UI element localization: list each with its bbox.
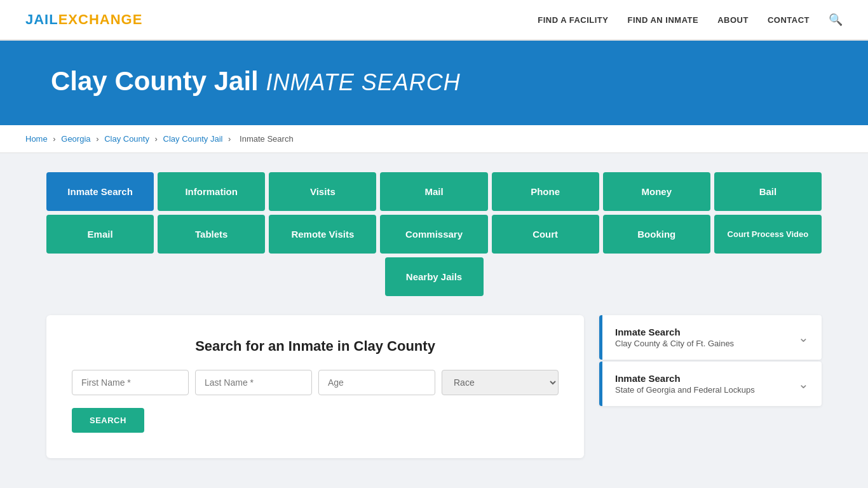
hero-section: Clay County Jail INMATE SEARCH: [0, 41, 868, 125]
nav-item-find-inmate[interactable]: FIND AN INMATE: [627, 14, 698, 25]
nav-search-icon-item[interactable]: 🔍: [829, 13, 843, 27]
breadcrumb-clay-county[interactable]: Clay County: [104, 134, 149, 144]
search-form-card: Search for an Inmate in Clay County Race…: [46, 315, 584, 458]
main-content: Inmate Search Information Visits Mail Ph…: [21, 153, 847, 477]
first-name-input[interactable]: [72, 370, 189, 395]
hero-title: Clay County Jail INMATE SEARCH: [51, 66, 817, 97]
form-fields: Race White Black Hispanic Asian Other: [72, 370, 559, 395]
btn-inmate-search[interactable]: Inmate Search: [46, 172, 154, 211]
sidebar-card-clay[interactable]: Inmate Search Clay County & City of Ft. …: [599, 315, 822, 360]
btn-court[interactable]: Court: [492, 215, 599, 254]
btn-tablets[interactable]: Tablets: [158, 215, 265, 254]
race-select[interactable]: Race White Black Hispanic Asian Other: [442, 370, 559, 395]
btn-remote-visits[interactable]: Remote Visits: [269, 215, 376, 254]
age-input[interactable]: [318, 370, 435, 395]
breadcrumb-georgia[interactable]: Georgia: [61, 134, 90, 144]
breadcrumb-current: Inmate Search: [240, 134, 294, 144]
btn-information[interactable]: Information: [158, 172, 265, 211]
btn-email[interactable]: Email: [46, 215, 154, 254]
logo-exchange: EXCHANGE: [58, 11, 143, 27]
chevron-down-icon: ⌄: [798, 330, 809, 345]
breadcrumb-home[interactable]: Home: [25, 134, 48, 144]
btn-visits[interactable]: Visits: [269, 172, 376, 211]
chevron-down-icon-2: ⌄: [798, 376, 809, 391]
breadcrumb-clay-county-jail[interactable]: Clay County Jail: [163, 134, 223, 144]
last-name-input[interactable]: [195, 370, 312, 395]
btn-commissary[interactable]: Commissary: [380, 215, 487, 254]
nav-buttons-row2: Email Tablets Remote Visits Commissary C…: [46, 215, 822, 254]
search-icon[interactable]: 🔍: [829, 13, 843, 26]
sidebar-card-state[interactable]: Inmate Search State of Georgia and Feder…: [599, 362, 822, 406]
content-area: Search for an Inmate in Clay County Race…: [46, 315, 822, 458]
nav-item-find-facility[interactable]: FIND A FACILITY: [538, 14, 608, 25]
sidebar-card-state-title: Inmate Search: [615, 373, 755, 384]
btn-money[interactable]: Money: [603, 172, 710, 211]
sidebar-card-clay-subtitle: Clay County & City of Ft. Gaines: [615, 339, 734, 348]
btn-phone[interactable]: Phone: [492, 172, 599, 211]
sidebar: Inmate Search Clay County & City of Ft. …: [599, 315, 822, 458]
btn-mail[interactable]: Mail: [380, 172, 487, 211]
logo[interactable]: JAILEXCHANGE: [25, 11, 142, 28]
nav-item-about[interactable]: ABOUT: [717, 14, 749, 25]
btn-court-process-video[interactable]: Court Process Video: [714, 215, 822, 254]
btn-bail[interactable]: Bail: [714, 172, 822, 211]
btn-booking[interactable]: Booking: [603, 215, 710, 254]
btn-nearby-jails[interactable]: Nearby Jails: [385, 257, 484, 296]
nav-buttons-row3: Nearby Jails: [46, 257, 822, 296]
sidebar-card-state-subtitle: State of Georgia and Federal Lockups: [615, 385, 755, 395]
main-nav: JAILEXCHANGE FIND A FACILITY FIND AN INM…: [0, 0, 868, 41]
nav-item-contact[interactable]: CONTACT: [768, 14, 810, 25]
sidebar-card-clay-title: Inmate Search: [615, 327, 734, 337]
logo-jail: JAIL: [25, 11, 58, 27]
search-button[interactable]: SEARCH: [72, 408, 144, 433]
breadcrumb: Home › Georgia › Clay County › Clay Coun…: [0, 125, 868, 153]
search-form-title: Search for an Inmate in Clay County: [72, 338, 559, 355]
nav-buttons-row1: Inmate Search Information Visits Mail Ph…: [46, 172, 822, 211]
nav-links: FIND A FACILITY FIND AN INMATE ABOUT CON…: [538, 13, 843, 27]
